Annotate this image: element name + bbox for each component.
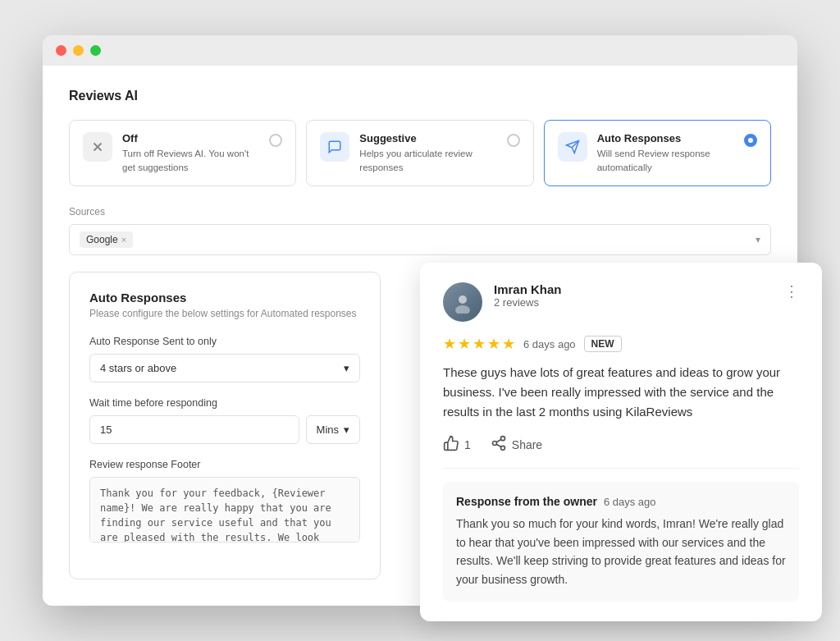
panel-subtitle: Please configure the below settings for …	[89, 308, 360, 319]
footer-textarea[interactable]	[89, 477, 360, 543]
mode-card-suggestive[interactable]: Suggestive Helps you articulate review r…	[306, 120, 533, 185]
star-rating: ★ ★ ★ ★ ★	[443, 335, 515, 353]
maximize-traffic-light[interactable]	[90, 45, 101, 56]
review-text: These guys have lots of great features a…	[443, 363, 799, 422]
sent-to-label: Auto Response Sent to only	[89, 336, 360, 347]
off-mode-desc: Turn off Reviews AI. You won't get sugge…	[122, 147, 259, 173]
browser-content: Reviews AI Off Turn off Reviews AI. You …	[43, 66, 797, 605]
sources-section: Sources Google × ▾	[69, 206, 771, 255]
reviewer-name: Imran Khan	[494, 282, 773, 296]
reviewer-reviews: 2 reviews	[494, 296, 773, 309]
response-time: 6 days ago	[604, 496, 656, 508]
sent-to-select[interactable]: 4 stars or above ▾	[89, 354, 360, 382]
suggestive-mode-info: Suggestive Helps you articulate review r…	[359, 132, 496, 173]
auto-responses-panel: Auto Responses Please configure the belo…	[69, 272, 381, 579]
wait-time-input[interactable]	[89, 415, 299, 444]
unit-chevron-icon: ▾	[344, 424, 349, 436]
off-mode-icon	[83, 132, 112, 162]
star-1: ★	[443, 335, 456, 353]
page-title: Reviews AI	[69, 89, 771, 103]
svg-line-9	[496, 445, 501, 447]
auto-mode-icon	[558, 132, 587, 162]
review-actions: 1 Share	[443, 435, 799, 469]
review-time: 6 days ago	[523, 338, 576, 350]
mode-options: Off Turn off Reviews AI. You won't get s…	[69, 120, 771, 185]
wait-time-field: Wait time before responding Mins ▾	[89, 397, 360, 444]
sources-input[interactable]: Google × ▾	[69, 224, 771, 255]
mode-card-off[interactable]: Off Turn off Reviews AI. You won't get s…	[69, 120, 296, 185]
suggestive-mode-radio[interactable]	[507, 134, 520, 147]
response-header: Response from the owner 6 days ago	[456, 495, 786, 508]
mode-card-auto[interactable]: Auto Responses Will send Review response…	[544, 120, 771, 185]
share-button[interactable]: Share	[491, 435, 542, 455]
reviewer-avatar	[443, 282, 482, 322]
svg-point-5	[455, 305, 470, 314]
footer-label: Review response Footer	[89, 459, 360, 470]
star-5: ★	[502, 335, 515, 353]
google-tag-label: Google	[86, 234, 118, 245]
panel-title: Auto Responses	[89, 291, 360, 304]
sent-to-chevron-icon: ▾	[344, 362, 349, 374]
auto-mode-radio[interactable]	[744, 134, 757, 147]
svg-point-7	[492, 442, 496, 446]
share-icon	[491, 435, 507, 455]
star-4: ★	[487, 335, 500, 353]
review-card: Imran Khan 2 reviews ⋮ ★ ★ ★ ★ ★ 6 days …	[420, 263, 822, 621]
suggestive-mode-desc: Helps you articulate review responses	[359, 147, 496, 173]
more-options-icon[interactable]: ⋮	[784, 282, 799, 300]
footer-field: Review response Footer	[89, 459, 360, 546]
new-badge: NEW	[584, 336, 622, 352]
review-meta: ★ ★ ★ ★ ★ 6 days ago NEW	[443, 335, 799, 353]
sent-to-value: 4 stars or above	[100, 362, 176, 374]
suggestive-mode-icon	[320, 132, 349, 162]
auto-mode-info: Auto Responses Will send Review response…	[597, 132, 734, 173]
sent-to-field: Auto Response Sent to only 4 stars or ab…	[89, 336, 360, 382]
off-mode-radio[interactable]	[269, 134, 282, 147]
star-2: ★	[458, 335, 471, 353]
star-3: ★	[472, 335, 486, 353]
close-traffic-light[interactable]	[56, 45, 66, 56]
response-text: Thank you so much for your kind words, I…	[456, 515, 786, 588]
off-mode-name: Off	[122, 132, 259, 144]
auto-mode-desc: Will send Review response automatically	[597, 147, 734, 173]
svg-point-4	[459, 295, 467, 304]
browser-titlebar	[43, 35, 797, 66]
minimize-traffic-light[interactable]	[73, 45, 84, 56]
unit-value: Mins	[317, 424, 339, 436]
remove-google-tag[interactable]: ×	[121, 235, 126, 245]
svg-line-10	[496, 440, 501, 442]
review-header: Imran Khan 2 reviews ⋮	[443, 282, 799, 322]
reviewer-info: Imran Khan 2 reviews	[494, 282, 773, 309]
response-from-label: Response from the owner	[456, 495, 597, 508]
svg-point-6	[500, 437, 504, 441]
like-count: 1	[464, 438, 471, 451]
unit-select[interactable]: Mins ▾	[306, 415, 360, 444]
suggestive-mode-name: Suggestive	[359, 132, 496, 144]
sources-chevron-icon: ▾	[756, 234, 760, 245]
share-label: Share	[512, 438, 542, 451]
response-section: Response from the owner 6 days ago Thank…	[443, 482, 799, 602]
wait-time-label: Wait time before responding	[89, 397, 360, 409]
google-source-tag: Google ×	[80, 231, 133, 248]
wait-time-row: Mins ▾	[89, 415, 360, 444]
auto-mode-name: Auto Responses	[597, 132, 734, 144]
browser-window: Reviews AI Off Turn off Reviews AI. You …	[43, 35, 797, 605]
thumbs-up-icon	[443, 435, 459, 455]
svg-point-8	[500, 446, 504, 451]
like-button[interactable]: 1	[443, 435, 471, 455]
off-mode-info: Off Turn off Reviews AI. You won't get s…	[122, 132, 259, 173]
sources-label: Sources	[69, 206, 771, 217]
